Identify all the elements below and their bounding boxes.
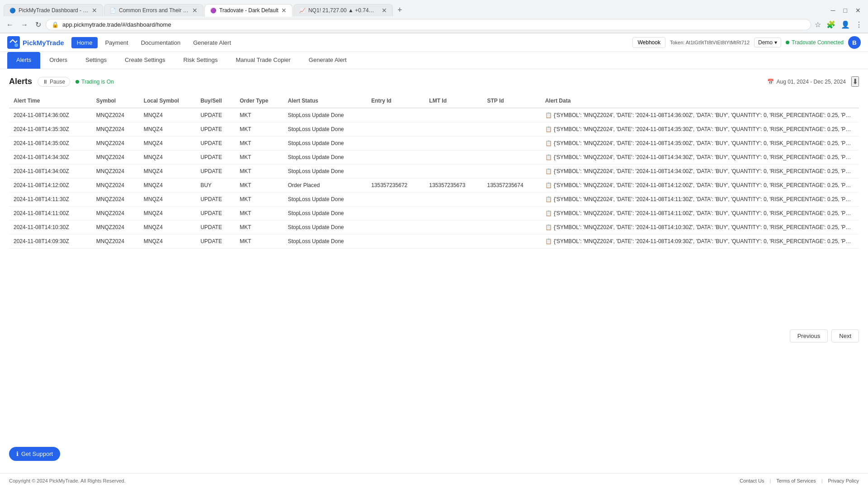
cell-alert-data[interactable]: 📋{'SYMBOL': 'MNQZ2024', 'DATE': '2024-11… [541, 235, 859, 249]
cell-alert-data[interactable]: 📋{'SYMBOL': 'MNQZ2024', 'DATE': '2024-11… [541, 192, 859, 206]
cell-alert-time: 2024-11-08T14:11:00Z [9, 206, 92, 221]
close-button[interactable]: ✕ [852, 5, 864, 16]
cell-alert-time: 2024-11-08T14:12:00Z [9, 178, 92, 192]
tab-1-title: PickMyTrade Dashboard - Ma... [19, 7, 89, 14]
cell-entry-id [367, 192, 425, 206]
download-button[interactable]: ⬇ [851, 76, 859, 87]
cell-lmt-id [425, 150, 482, 164]
tab-4[interactable]: 📈 NQ1! 21,727.00 ▲ +0.74% Un... ✕ [293, 4, 393, 16]
col-buy-sell: Buy/Sell [196, 94, 235, 108]
copy-icon[interactable]: 📋 [545, 112, 552, 118]
subnav-risk-settings[interactable]: Risk Settings [175, 52, 227, 69]
tab-2[interactable]: 📄 Common Errors and Their Res... ✕ [104, 4, 203, 16]
table-body: 2024-11-08T14:36:00Z MNQZ2024 MNQZ4 UPDA… [9, 108, 859, 249]
cell-stp-id [483, 136, 541, 150]
cell-entry-id [367, 221, 425, 235]
cell-entry-id [367, 136, 425, 150]
reload-button[interactable]: ↻ [33, 19, 44, 31]
cell-alert-data[interactable]: 📋{'SYMBOL': 'MNQZ2024', 'DATE': '2024-11… [541, 122, 859, 136]
new-tab-button[interactable]: + [394, 4, 406, 17]
nav-home[interactable]: Home [71, 37, 98, 48]
tab-2-close[interactable]: ✕ [192, 7, 198, 14]
cell-alert-data[interactable]: 📋{'SYMBOL': 'MNQZ2024', 'DATE': '2024-11… [541, 136, 859, 150]
subnav-orders[interactable]: Orders [40, 52, 76, 69]
maximize-button[interactable]: □ [840, 5, 851, 16]
pause-icon: ⏸ [42, 79, 48, 85]
cell-alert-data[interactable]: 📋{'SYMBOL': 'MNQZ2024', 'DATE': '2024-11… [541, 178, 859, 192]
bookmark-icon[interactable]: ☆ [813, 19, 823, 31]
tab-3-close[interactable]: ✕ [281, 7, 287, 14]
cell-alert-time: 2024-11-08T14:35:30Z [9, 122, 92, 136]
connected-dot [786, 41, 789, 44]
cell-entry-id [367, 122, 425, 136]
subnav-create-settings[interactable]: Create Settings [116, 52, 175, 69]
cell-symbol: MNQZ2024 [92, 178, 139, 192]
table-row: 2024-11-08T14:36:00Z MNQZ2024 MNQZ4 UPDA… [9, 108, 859, 122]
cell-order-type: MKT [235, 136, 283, 150]
copy-icon[interactable]: 📋 [545, 210, 552, 216]
subnav-settings[interactable]: Settings [76, 52, 116, 69]
subnav-alerts[interactable]: Alerts [7, 52, 40, 69]
next-button[interactable]: Next [831, 329, 859, 343]
address-bar[interactable]: 🔒 app.pickmytrade.trade/#/dashboard/home [46, 19, 811, 30]
cell-alert-data[interactable]: 📋{'SYMBOL': 'MNQZ2024', 'DATE': '2024-11… [541, 108, 859, 122]
cell-stp-id [483, 122, 541, 136]
pause-label: Pause [50, 79, 65, 85]
cell-buy-sell: UPDATE [196, 192, 235, 206]
browser-controls: ← → ↻ 🔒 app.pickmytrade.trade/#/dashboar… [0, 17, 868, 33]
copy-icon[interactable]: 📋 [545, 140, 552, 146]
cell-alert-data[interactable]: 📋{'SYMBOL': 'MNQZ2024', 'DATE': '2024-11… [541, 221, 859, 235]
tab-4-title: NQ1! 21,727.00 ▲ +0.74% Un... [308, 7, 379, 14]
nav-generate-alert[interactable]: Generate Alert [188, 37, 236, 48]
menu-icon[interactable]: ⋮ [854, 19, 864, 31]
cell-local-symbol: MNQZ4 [139, 136, 196, 150]
table-row: 2024-11-08T14:09:30Z MNQZ2024 MNQZ4 UPDA… [9, 235, 859, 249]
subnav-manual-trade-copier[interactable]: Manual Trade Copier [226, 52, 299, 69]
nav-documentation[interactable]: Documentation [136, 37, 186, 48]
col-alert-time: Alert Time [9, 94, 92, 108]
cell-symbol: MNQZ2024 [92, 122, 139, 136]
demo-select[interactable]: Demo ▾ [754, 38, 781, 47]
forward-button[interactable]: → [18, 19, 31, 31]
minimize-button[interactable]: ─ [827, 5, 839, 16]
subnav-generate-alert[interactable]: Generate Alert [300, 52, 356, 69]
cell-symbol: MNQZ2024 [92, 192, 139, 206]
back-button[interactable]: ← [4, 19, 16, 31]
copy-icon[interactable]: 📋 [545, 126, 552, 132]
extensions-icon[interactable]: 🧩 [825, 19, 837, 31]
cell-local-symbol: MNQZ4 [139, 192, 196, 206]
cell-alert-data[interactable]: 📋{'SYMBOL': 'MNQZ2024', 'DATE': '2024-11… [541, 150, 859, 164]
tab-1-close[interactable]: ✕ [92, 7, 97, 14]
cell-order-type: MKT [235, 235, 283, 249]
previous-button[interactable]: Previous [790, 329, 828, 343]
tab-3[interactable]: 🟣 Tradovate - Dark Default ✕ [204, 4, 292, 17]
cell-lmt-id [425, 164, 482, 178]
cell-symbol: MNQZ2024 [92, 164, 139, 178]
copy-icon[interactable]: 📋 [545, 238, 552, 244]
svg-rect-0 [7, 36, 20, 49]
cell-alert-status: StopLoss Update Done [283, 150, 367, 164]
copy-icon[interactable]: 📋 [545, 196, 552, 202]
webhook-button[interactable]: Webhook [632, 37, 665, 48]
cell-alert-data[interactable]: 📋{'SYMBOL': 'MNQZ2024', 'DATE': '2024-11… [541, 164, 859, 178]
cell-alert-status: StopLoss Update Done [283, 108, 367, 122]
col-symbol: Symbol [92, 94, 139, 108]
cell-local-symbol: MNQZ4 [139, 235, 196, 249]
copy-icon[interactable]: 📋 [545, 224, 552, 230]
copy-icon[interactable]: 📋 [545, 154, 552, 160]
tab-bar: 🔵 PickMyTrade Dashboard - Ma... ✕ 📄 Comm… [0, 0, 868, 17]
profile-icon[interactable]: 👤 [839, 19, 852, 31]
cell-entry-id [367, 235, 425, 249]
pause-button[interactable]: ⏸ Pause [38, 77, 70, 87]
cell-alert-data[interactable]: 📋{'SYMBOL': 'MNQZ2024', 'DATE': '2024-11… [541, 206, 859, 221]
nav-payment[interactable]: Payment [99, 37, 133, 48]
tab-4-close[interactable]: ✕ [382, 7, 387, 14]
main-nav: Home Payment Documentation Generate Aler… [71, 37, 626, 48]
cell-local-symbol: MNQZ4 [139, 108, 196, 122]
cell-lmt-id [425, 122, 482, 136]
copy-icon[interactable]: 📋 [545, 168, 552, 174]
date-range-text: Aug 01, 2024 - Dec 25, 2024 [777, 79, 846, 85]
address-text: app.pickmytrade.trade/#/dashboard/home [62, 21, 805, 28]
tab-1[interactable]: 🔵 PickMyTrade Dashboard - Ma... ✕ [4, 4, 103, 16]
copy-icon[interactable]: 📋 [545, 182, 552, 188]
